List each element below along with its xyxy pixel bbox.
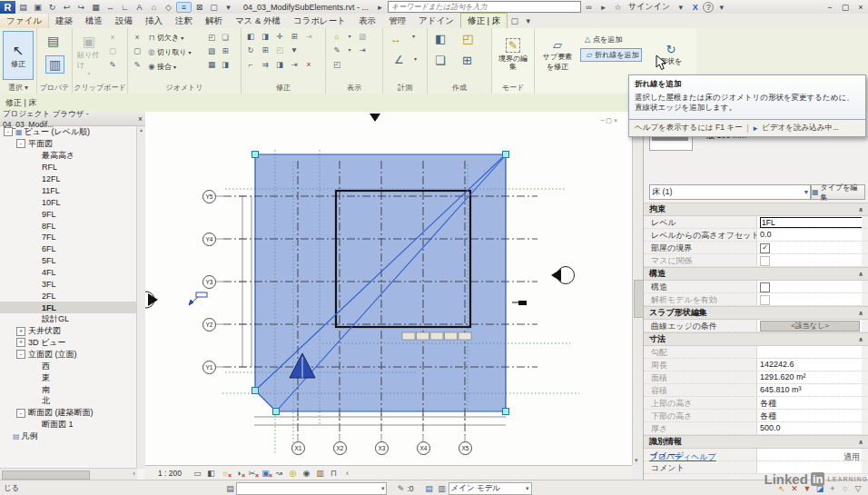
trim-icon[interactable]: ⌐ (245, 60, 256, 70)
section-constraints[interactable]: 拘束∧ (644, 203, 868, 216)
tree-view-item[interactable]: 西 (0, 361, 137, 372)
copy-icon[interactable]: ▢ (107, 46, 118, 56)
tree-sections[interactable]: -断面図 (建築断面) (0, 407, 137, 419)
tab-massing-site[interactable]: マス & 外構 (229, 14, 287, 29)
tree-3d-views[interactable]: +3D ビュー (0, 337, 137, 349)
cope-button[interactable]: ⊓ 切欠き▾ (146, 32, 183, 44)
tab-systems[interactable]: 設備 (109, 14, 139, 29)
mirror-axis-icon[interactable]: ◨ (260, 32, 271, 42)
collapse-icon[interactable]: ∧ (858, 206, 863, 213)
grid-bubble-x5[interactable]: X5 (459, 441, 472, 455)
offset-value[interactable]: 0.0 (756, 229, 862, 241)
join-button[interactable]: ◉ 接合▾ (146, 61, 176, 73)
pin-icon[interactable]: ▼ (289, 45, 300, 55)
type-selector-dropdown-icon[interactable]: ▾ (804, 188, 808, 196)
ribbon-state-icon[interactable]: ▢ (508, 16, 521, 25)
scrollbar-thumb[interactable] (2, 470, 90, 480)
view-restore-icon[interactable]: ▢ (606, 117, 614, 124)
wall-joins-icon[interactable]: ⊞ (220, 46, 231, 56)
view-close-icon[interactable]: × (614, 117, 619, 124)
view-cube-icon[interactable]: ◰ (331, 60, 342, 70)
tree-view-item[interactable]: 4FL (0, 267, 137, 279)
measure-icon[interactable]: ↔ (104, 3, 117, 12)
text-icon[interactable]: A (133, 3, 146, 12)
search-icon[interactable]: ∞ (582, 3, 596, 12)
beam-coping-icon[interactable]: ◰ (206, 33, 217, 43)
tree-view-item[interactable]: 3FL (0, 279, 137, 291)
tree-view-item[interactable]: 8FL (0, 220, 137, 232)
tab-modify-floor[interactable]: 修正 | 床 (460, 13, 508, 29)
help-dropdown-icon[interactable]: ▾ (715, 3, 728, 12)
drawing-area[interactable]: Y5 Y4 Y3 Y2 Y1 X1 X2 X3 X4 X5 −▢× (145, 112, 632, 465)
tab-annotate[interactable]: 注釈 (169, 14, 199, 29)
crop-visible-icon[interactable]: ▣× (259, 469, 272, 478)
collapse-icon[interactable]: ∧ (858, 439, 863, 446)
worksets-dropdown[interactable]: ▾ (236, 482, 387, 495)
detail-level-icon[interactable]: ▭ (191, 469, 204, 478)
expander-icon[interactable]: - (4, 127, 13, 136)
section-shape-editing[interactable]: スラブ形状編集∧ (644, 306, 868, 320)
view-dd1-icon[interactable]: ▾ (344, 32, 355, 42)
tree-view-item[interactable]: 断面図 1 (0, 419, 137, 431)
collapse-bar-icon[interactable]: ‹ (340, 469, 354, 478)
temporary-hide-icon[interactable]: ↝ (272, 469, 286, 478)
apply-button[interactable]: 適用 (843, 451, 860, 463)
temporary-view-icon[interactable]: ◉ (300, 469, 313, 478)
exchange-apps-icon[interactable]: X (688, 3, 702, 12)
tree-view-item[interactable]: 設計GL (0, 313, 137, 325)
demolish-icon[interactable]: ❏ (220, 33, 231, 43)
grid-bubble-x3[interactable]: X3 (375, 441, 389, 455)
expander-icon[interactable]: + (16, 338, 25, 347)
tab-manage[interactable]: 管理 (382, 14, 412, 29)
collapse-icon[interactable]: ∧ (858, 336, 863, 343)
tree-legends[interactable]: ▤凡例 (0, 431, 137, 442)
grid-bubble-y5[interactable]: Y5 (202, 190, 216, 203)
design-option-dropdown[interactable]: メイン モデル ▾ (449, 482, 532, 495)
edit-type-button[interactable]: ▦ タイプを編集 (811, 184, 865, 200)
tree-view-item[interactable]: RFL (0, 162, 137, 173)
switch-windows-icon[interactable]: ▢ (207, 3, 221, 12)
modify-sub-elements-button[interactable]: ▱ サブ要素 を修正 (537, 31, 578, 78)
view-dd2-icon[interactable]: ▾ (344, 45, 355, 55)
thin-lines-icon[interactable]: ≡ (176, 2, 192, 13)
save-icon[interactable]: ▣ (31, 3, 44, 12)
expander-icon[interactable]: + (16, 327, 25, 336)
ribbon-state-dropdown-icon[interactable]: ▾ (521, 16, 535, 25)
scroll-down-icon[interactable]: ▾ (635, 457, 638, 464)
sun-path-icon[interactable]: ☼× (218, 469, 232, 478)
measure-ruler-icon[interactable]: ↔ (390, 33, 401, 45)
tree-view-item[interactable]: 6FL (0, 243, 137, 255)
properties-help-link[interactable]: プロパティヘルプ (649, 451, 716, 463)
mirror-icon[interactable]: ◧ (245, 32, 256, 42)
project-browser-close-icon[interactable]: × (138, 114, 143, 124)
match-type-icon[interactable]: ✎ (107, 60, 118, 70)
split-icon[interactable]: ◨ (274, 60, 285, 70)
tree-view-item[interactable]: 11FL (0, 184, 137, 196)
panel-modify-label[interactable]: 修正 (242, 83, 325, 94)
browser-vertical-scrollbar[interactable]: ▴ (136, 126, 145, 469)
panel-properties-label[interactable]: プロパティ (37, 83, 72, 94)
panel-measure-label[interactable]: 計測 (383, 83, 427, 94)
customize-qat-icon[interactable]: ▾ (222, 3, 235, 12)
project-browser-header[interactable]: プロジェクト ブラウザ - 04_03_Modif... × (0, 112, 145, 126)
dimension-icon[interactable]: ∟ (118, 3, 132, 12)
panel-mode-label[interactable]: モード (492, 83, 534, 94)
legend-component-icon[interactable]: ◧ (435, 32, 446, 45)
print-icon[interactable]: ▦ (89, 3, 103, 12)
grid-bubble-y2[interactable]: Y2 (202, 318, 216, 332)
dimension-angle-icon[interactable]: ∠ (394, 54, 404, 66)
design-options-edit-icon[interactable]: ▥ (436, 484, 449, 493)
level-input[interactable] (760, 217, 862, 228)
tree-view-item[interactable]: 東 (0, 372, 137, 384)
create-similar-icon[interactable]: ◰ (462, 32, 473, 45)
cut-geometry-icon[interactable]: × (132, 33, 143, 43)
offset-icon[interactable]: ⇉ (260, 60, 271, 70)
open-icon[interactable]: ▤ (16, 3, 30, 12)
editing-requests-icon[interactable]: ✎ (394, 484, 407, 493)
crop-region-icon[interactable]: ✂× (245, 469, 259, 478)
expander-icon[interactable]: - (16, 139, 25, 148)
tab-structure[interactable]: 構造 (79, 14, 109, 29)
cut-button[interactable]: ◎ 切り取り▾ (146, 46, 191, 58)
home-3d-icon[interactable]: ⌂ (147, 3, 161, 12)
properties-icon[interactable]: ▤ (47, 34, 59, 48)
